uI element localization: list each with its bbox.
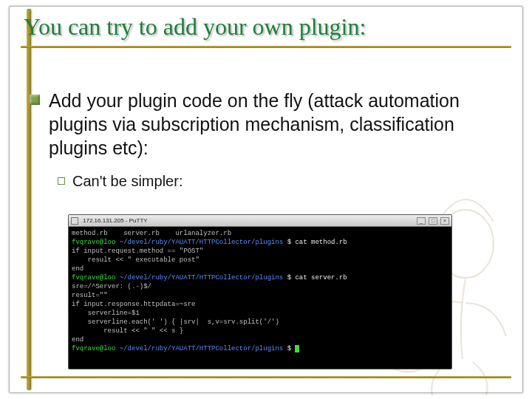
minimize-button[interactable]: _ [417, 217, 426, 225]
term-line: if input.response.httpdata=~sre [72, 301, 195, 308]
terminal-content: method.rb server.rb urlanalyzer.rb fvqra… [69, 227, 451, 355]
prompt-user: fvqrave@loo [72, 345, 120, 352]
term-line: end [72, 336, 83, 344]
term-line: if input.request.method == "POST" [72, 248, 203, 255]
prompt-path: ~/devel/ruby/YAUATT/HTTPCollector/plugin… [120, 274, 283, 282]
term-line: method.rb server.rb urlanalyzer.rb [72, 230, 231, 237]
term-line: serverline=$1 [72, 310, 140, 317]
term-line: result="" [72, 292, 108, 299]
term-line: result << " " << s } [72, 327, 183, 335]
close-button[interactable]: × [440, 217, 449, 225]
term-line: sre=/^Server: (.-)$/ [72, 283, 151, 290]
cursor-icon [295, 345, 299, 352]
term-line: end [72, 265, 83, 273]
bullet-level2-text: Can't be simpler: [72, 173, 183, 190]
prompt-path: ~/devel/ruby/YAUATT/HTTPCollector/plugin… [120, 345, 283, 352]
square-bullet-icon [30, 95, 40, 105]
term-line: serverline.each(' ') { |srv| s,v=srv.spl… [72, 318, 279, 326]
bullet-level1-text: Add your plugin code on the fly (attack … [49, 89, 511, 160]
bullet-level2: Can't be simpler: [58, 173, 511, 190]
bullet-level1: Add your plugin code on the fly (attack … [30, 89, 511, 160]
slide-body: Add your plugin code on the fly (attack … [30, 89, 511, 194]
maximize-button[interactable]: □ [429, 217, 437, 225]
divider-bottom [21, 376, 511, 378]
prompt-user: fvqrave@loo [72, 274, 120, 282]
terminal-titlebar: 172.16.131.205 - PuTTY _ □ × [69, 215, 451, 227]
terminal-window: 172.16.131.205 - PuTTY _ □ × method.rb s… [68, 214, 452, 369]
prompt-cmd: $ cat server.rb [283, 274, 347, 282]
terminal-window-title: 172.16.131.205 - PuTTY [81, 217, 414, 224]
prompt-tail: $ [283, 345, 295, 352]
hollow-square-bullet-icon [58, 177, 65, 185]
prompt-user: fvqrave@loo [72, 239, 120, 246]
slide-title: You can try to add your own plugin: [24, 13, 511, 41]
prompt-path: ~/devel/ruby/YAUATT/HTTPCollector/plugin… [120, 239, 283, 246]
divider-top [21, 46, 511, 48]
binder-spine [27, 9, 31, 390]
prompt-cmd: $ cat method.rb [283, 239, 347, 246]
putty-icon [71, 217, 78, 225]
term-line: result << " executable post" [72, 256, 200, 264]
